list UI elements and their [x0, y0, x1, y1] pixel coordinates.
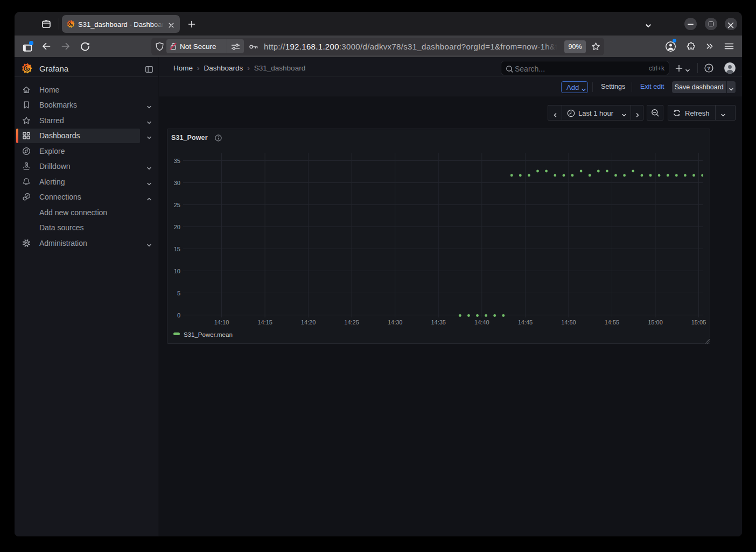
svg-text:10: 10 — [174, 268, 180, 274]
svg-text:15:00: 15:00 — [648, 319, 663, 325]
svg-text:14:20: 14:20 — [301, 319, 316, 325]
svg-text:20: 20 — [174, 224, 180, 230]
svg-text:30: 30 — [174, 180, 180, 186]
svg-text:14:15: 14:15 — [257, 319, 272, 325]
svg-text:14:55: 14:55 — [605, 319, 620, 325]
svg-text:15:05: 15:05 — [691, 319, 706, 325]
svg-text:?: ? — [708, 65, 711, 71]
svg-text:14:30: 14:30 — [388, 319, 403, 325]
svg-text:25: 25 — [174, 202, 180, 208]
svg-text:14:45: 14:45 — [518, 319, 533, 325]
svg-text:5: 5 — [177, 290, 180, 296]
svg-text:14:35: 14:35 — [431, 319, 446, 325]
svg-text:14:10: 14:10 — [214, 319, 229, 325]
svg-text:14:50: 14:50 — [561, 319, 576, 325]
svg-text:15: 15 — [174, 246, 180, 252]
svg-text:14:40: 14:40 — [474, 319, 489, 325]
svg-text:14:25: 14:25 — [344, 319, 359, 325]
svg-text:35: 35 — [174, 158, 180, 164]
svg-text:0: 0 — [177, 312, 180, 319]
